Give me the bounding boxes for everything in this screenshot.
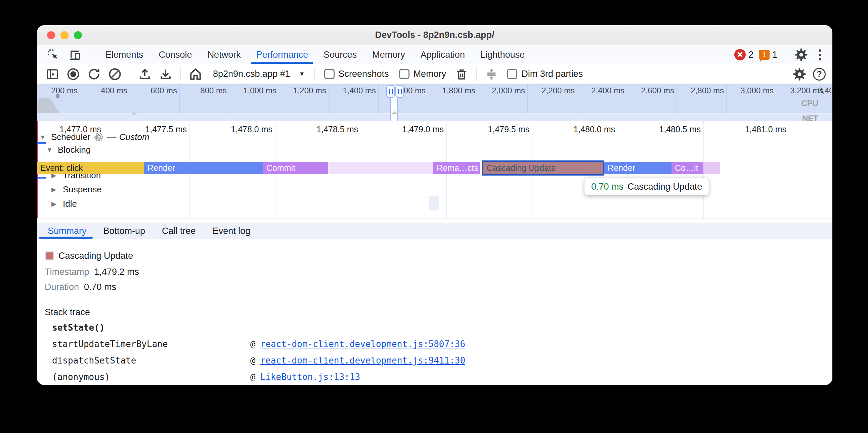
- duration-row: Duration 0.70 ms: [45, 282, 116, 292]
- device-toolbar-icon[interactable]: [66, 47, 84, 63]
- divider: [130, 68, 130, 80]
- collapse-triangle-icon[interactable]: ▶: [52, 186, 59, 193]
- flame-bar-tooltip: 0.70 ms Cascading Update: [585, 178, 709, 195]
- reload-record-icon[interactable]: [85, 66, 103, 82]
- close-window-button[interactable]: [47, 31, 55, 39]
- panel-tab[interactable]: Application: [413, 46, 473, 64]
- capture-settings-gear-icon[interactable]: [791, 66, 808, 82]
- track-row[interactable]: ▶ Idle: [52, 199, 77, 209]
- dim-3rd-parties-checkbox[interactable]: [507, 69, 517, 79]
- issues-badge[interactable]: ! 1: [759, 50, 777, 60]
- window-title: DevTools - 8p2n9n.csb.app/: [37, 30, 832, 40]
- profile-select-value: 8p2n9n.csb.app #1: [213, 69, 290, 79]
- memory-label: Memory: [413, 69, 446, 79]
- dim-3rd-parties-label: Dim 3rd parties: [521, 69, 583, 79]
- details-tab[interactable]: Event log: [213, 223, 251, 239]
- source-link[interactable]: react-dom-client.development.js:5807:36: [260, 339, 465, 349]
- stack-trace-title: Stack trace: [45, 307, 90, 318]
- duration-value: 0.70 ms: [84, 282, 116, 292]
- net-label: NET: [802, 114, 818, 121]
- flame-bar[interactable]: Co…it: [672, 162, 704, 174]
- source-link[interactable]: LikeButton.js:13:13: [260, 372, 360, 382]
- garbage-collect-icon[interactable]: [453, 66, 470, 82]
- traffic-lights: [47, 31, 82, 39]
- more-options-icon[interactable]: [815, 48, 824, 62]
- panel-tab[interactable]: Memory: [365, 46, 413, 64]
- panel-tab[interactable]: Elements: [98, 46, 151, 64]
- track-label: Blocking: [58, 145, 91, 155]
- flame-bar[interactable]: Render: [604, 162, 672, 174]
- stack-frame: (anonymous) @ LikeButton.js:13:13: [52, 372, 465, 383]
- timestamp-row: Timestamp 1,479.2 ms: [45, 267, 139, 277]
- home-icon[interactable]: [187, 66, 204, 82]
- overview-marker: [132, 110, 136, 114]
- flame-bar[interactable]: [704, 162, 720, 174]
- function-name: startUpdateTimerByLane: [52, 339, 250, 349]
- collapse-triangle-icon[interactable]: ▶: [52, 200, 59, 208]
- function-name: dispatchSetState: [52, 356, 250, 366]
- divider: [476, 68, 477, 80]
- details-tab[interactable]: Bottom-up: [103, 223, 146, 239]
- panel-tab[interactable]: Lighthouse: [473, 46, 532, 64]
- error-badge[interactable]: ✕ 2: [734, 49, 753, 60]
- flame-bar[interactable]: Commit: [263, 162, 328, 174]
- network-strip: [37, 113, 832, 121]
- selection-marker: [392, 108, 397, 114]
- dim-3rd-parties-option: Dim 3rd parties: [503, 69, 586, 79]
- track-label: Scheduler: [51, 132, 90, 142]
- track-row[interactable]: ▼ Blocking: [46, 145, 91, 155]
- toggle-sidebar-icon[interactable]: [44, 66, 61, 82]
- issues-count: 1: [772, 50, 777, 60]
- screenshots-checkbox[interactable]: [324, 69, 335, 79]
- function-name: (anonymous): [52, 372, 250, 382]
- flame-bar[interactable]: [328, 162, 433, 174]
- panel-tab[interactable]: Network: [200, 46, 249, 64]
- devtools-window: DevTools - 8p2n9n.csb.app/: [37, 25, 832, 385]
- track-row[interactable]: ▶ Suspense: [52, 184, 102, 195]
- zoom-window-button[interactable]: [74, 31, 82, 39]
- error-count: 2: [748, 50, 753, 60]
- collapse-sections-icon[interactable]: [483, 66, 500, 82]
- clear-icon[interactable]: [106, 66, 124, 82]
- upload-profile-icon[interactable]: [136, 66, 154, 82]
- details-tab[interactable]: Call tree: [162, 223, 196, 239]
- track-indicator: [37, 177, 46, 178]
- cpu-activity-mark: [56, 94, 59, 98]
- source-link[interactable]: react-dom-client.development.js:9411:30: [260, 356, 465, 366]
- details-tabbar: Summary Bottom-up Call tree Event log: [37, 223, 832, 239]
- record-icon[interactable]: [64, 66, 82, 82]
- stack-frame: setState(): [52, 323, 465, 334]
- inspect-element-icon[interactable]: [44, 47, 62, 63]
- error-icon: ✕: [734, 49, 746, 60]
- flame-bar[interactable]: Cascading Update: [482, 161, 604, 175]
- tooltip-label: Cascading Update: [627, 181, 702, 192]
- panel-tab[interactable]: Console: [151, 46, 200, 64]
- help-icon[interactable]: ?: [813, 68, 826, 80]
- settings-gear-icon[interactable]: [793, 47, 810, 63]
- panel-tab[interactable]: Sources: [316, 46, 365, 64]
- profile-select[interactable]: 8p2n9n.csb.app #1 ▼: [208, 69, 308, 79]
- memory-checkbox[interactable]: [399, 69, 409, 79]
- selection-handle-left[interactable]: [386, 85, 395, 98]
- performance-toolbar: 8p2n9n.csb.app #1 ▼ Screenshots Memory: [37, 64, 832, 84]
- collapse-triangle-icon[interactable]: ▼: [40, 134, 48, 141]
- timeline-overview[interactable]: 200 ms 400 ms 600 ms 800 ms 1,000 ms 1,2…: [37, 84, 832, 121]
- screenshots-label: Screenshots: [339, 69, 389, 79]
- divider: [180, 68, 181, 80]
- panel-tab[interactable]: Performance: [249, 46, 316, 64]
- collapse-triangle-icon[interactable]: ▼: [46, 146, 54, 154]
- minimize-window-button[interactable]: [60, 31, 68, 39]
- flame-bar[interactable]: Rema…cts: [433, 162, 480, 174]
- selection-handle-right[interactable]: [395, 85, 404, 98]
- flame-chart[interactable]: 1,477.0 ms 1,477.5 ms 1,478.0 ms 1,478.5…: [37, 121, 832, 219]
- flame-bar[interactable]: Event: click: [37, 162, 144, 174]
- summary-panel: Cascading Update Timestamp 1,479.2 ms Du…: [37, 239, 832, 385]
- flame-bar[interactable]: Render: [144, 162, 263, 174]
- timestamp-value: 1,479.2 ms: [94, 267, 140, 277]
- stack-frame: startUpdateTimerByLane @ react-dom-clien…: [52, 339, 465, 350]
- tooltip-duration: 0.70 ms: [591, 181, 623, 192]
- track-scheduler[interactable]: ▼ Scheduler — Custom: [40, 132, 150, 142]
- download-profile-icon[interactable]: [157, 66, 174, 82]
- panel-tabs: Elements Console Network Performance Sou…: [98, 46, 532, 64]
- title-bar: DevTools - 8p2n9n.csb.app/: [37, 25, 832, 45]
